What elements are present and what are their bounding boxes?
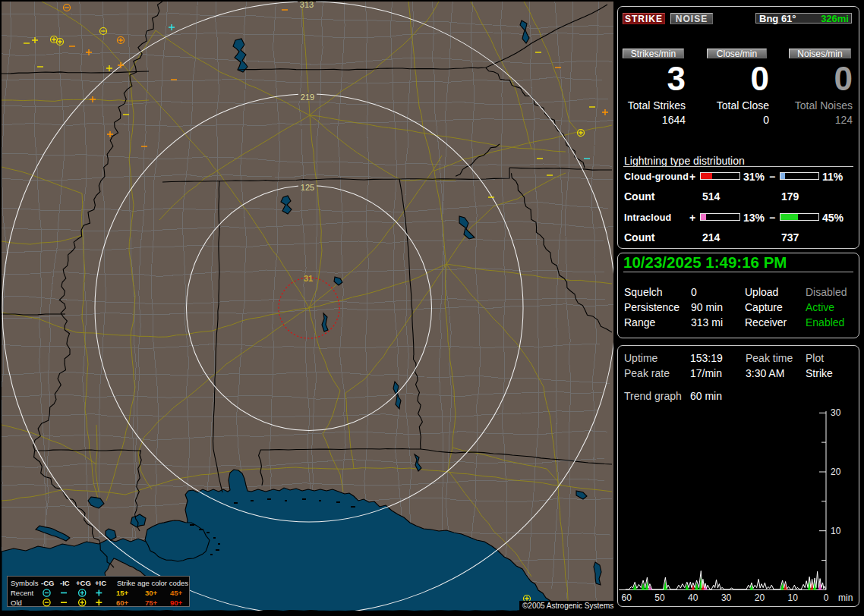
svg-text:0: 0 [824, 592, 829, 603]
svg-text:20: 20 [831, 467, 841, 477]
svg-text:313: 313 [300, 0, 314, 9]
svg-text:20: 20 [755, 592, 765, 603]
svg-text:219: 219 [301, 93, 314, 102]
svg-text:10: 10 [788, 592, 799, 603]
svg-text:10: 10 [831, 526, 841, 536]
svg-text:60: 60 [622, 592, 632, 603]
svg-text:30: 30 [721, 592, 732, 603]
svg-text:min: min [838, 592, 853, 603]
svg-text:50: 50 [654, 592, 665, 603]
svg-text:31: 31 [304, 274, 313, 283]
svg-text:30: 30 [831, 407, 841, 418]
svg-text:40: 40 [688, 592, 698, 603]
svg-text:125: 125 [301, 183, 314, 192]
